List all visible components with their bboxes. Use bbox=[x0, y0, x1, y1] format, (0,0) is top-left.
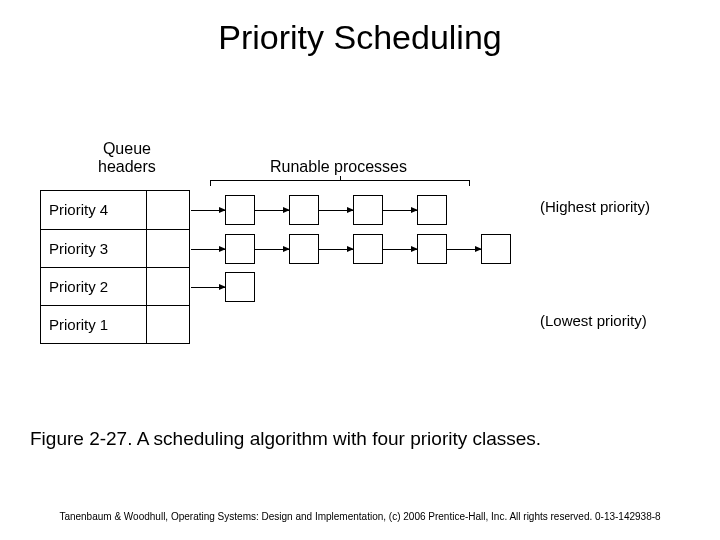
queue-head bbox=[147, 306, 187, 343]
priority-label: Priority 2 bbox=[41, 268, 147, 305]
arrow-icon bbox=[319, 210, 353, 211]
lowest-priority-annotation: (Lowest priority) bbox=[540, 312, 647, 329]
process-box bbox=[417, 195, 447, 225]
table-row: Priority 4 bbox=[41, 191, 189, 229]
process-box bbox=[353, 234, 383, 264]
arrow-icon bbox=[191, 210, 225, 211]
process-box bbox=[289, 195, 319, 225]
queue-head bbox=[147, 191, 187, 229]
copyright-footer: Tanenbaum & Woodhull, Operating Systems:… bbox=[0, 511, 720, 522]
figure-caption: Figure 2-27. A scheduling algorithm with… bbox=[0, 428, 720, 450]
arrow-icon bbox=[255, 210, 289, 211]
arrow-icon bbox=[191, 249, 225, 250]
priority-label: Priority 4 bbox=[41, 191, 147, 229]
arrow-icon bbox=[447, 249, 481, 250]
priority-diagram: Queueheaders Runable processes Priority … bbox=[40, 140, 680, 380]
table-row: Priority 3 bbox=[41, 229, 189, 267]
queue-headers-label: Queueheaders bbox=[98, 140, 156, 175]
arrow-icon bbox=[319, 249, 353, 250]
process-box bbox=[225, 234, 255, 264]
arrow-icon bbox=[191, 287, 225, 288]
process-list bbox=[191, 230, 511, 268]
process-list bbox=[191, 268, 255, 306]
arrow-icon bbox=[383, 210, 417, 211]
priority-label: Priority 1 bbox=[41, 306, 147, 343]
priority-label: Priority 3 bbox=[41, 230, 147, 267]
page-title: Priority Scheduling bbox=[0, 0, 720, 57]
process-box bbox=[289, 234, 319, 264]
table-row: Priority 1 bbox=[41, 305, 189, 343]
process-box bbox=[225, 195, 255, 225]
arrow-icon bbox=[383, 249, 417, 250]
process-box bbox=[353, 195, 383, 225]
process-list bbox=[191, 191, 447, 229]
brace-icon bbox=[210, 180, 470, 188]
process-box bbox=[417, 234, 447, 264]
queue-head bbox=[147, 230, 187, 267]
queue-head bbox=[147, 268, 187, 305]
highest-priority-annotation: (Highest priority) bbox=[540, 198, 650, 215]
priority-table: Priority 4 Priority 3 Priority 2 Priorit… bbox=[40, 190, 190, 344]
process-box bbox=[225, 272, 255, 302]
arrow-icon bbox=[255, 249, 289, 250]
runable-processes-label: Runable processes bbox=[270, 158, 407, 176]
table-row: Priority 2 bbox=[41, 267, 189, 305]
process-box bbox=[481, 234, 511, 264]
